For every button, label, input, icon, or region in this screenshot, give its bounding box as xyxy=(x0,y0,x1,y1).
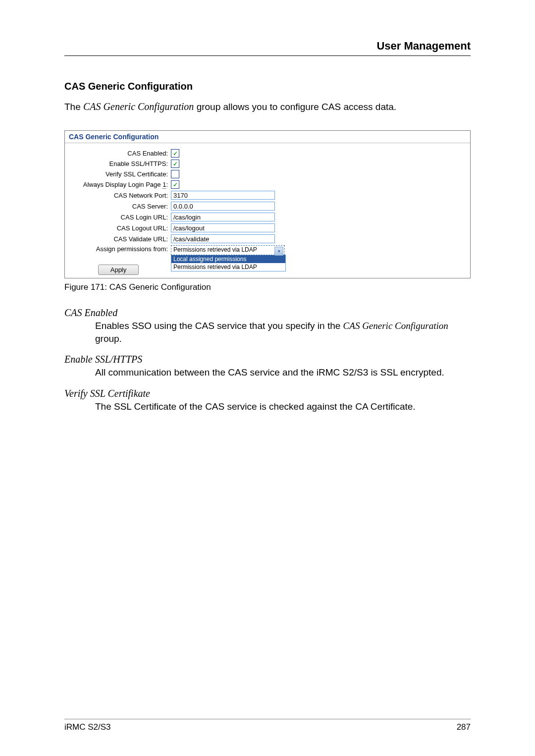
config-panel: CAS Generic Configuration CAS Enabled: ✓… xyxy=(64,130,471,278)
row-cas-server: CAS Server: xyxy=(69,202,466,211)
intro-prefix: The xyxy=(64,102,83,112)
input-network-port[interactable] xyxy=(171,191,275,200)
def-term-verify-ssl: Verify SSL Certifikate xyxy=(64,388,471,399)
row-logout-url: CAS Logout URL: xyxy=(69,223,466,232)
label-always-login-suffix: : xyxy=(166,181,168,188)
label-cas-server: CAS Server: xyxy=(69,203,171,210)
checkbox-enable-ssl[interactable]: ✓ xyxy=(171,160,179,168)
row-always-login: Always Display Login Page 1: ✓ xyxy=(69,180,466,189)
intro-suffix: group allows you to configure CAS access… xyxy=(194,102,396,112)
row-validate-url: CAS Validate URL: xyxy=(69,234,466,243)
def-term-enable-ssl: Enable SSL/HTTPS xyxy=(64,354,471,365)
page-footer: iRMC S2/S3 287 xyxy=(64,719,471,732)
input-cas-server[interactable] xyxy=(171,202,275,211)
label-enable-ssl: Enable SSL/HTTPS: xyxy=(69,160,171,167)
select-assign-perms[interactable]: Permissions retrieved via LDAP ▾ xyxy=(171,245,285,255)
label-assign-perms: Assign permissions from: xyxy=(69,245,171,253)
row-network-port: CAS Network Port: xyxy=(69,191,466,200)
label-cas-enabled: CAS Enabled: xyxy=(69,150,171,157)
row-verify-ssl: Verify SSL Certificate: xyxy=(69,170,466,178)
row-cas-enabled: CAS Enabled: ✓ xyxy=(69,149,466,158)
footer-page-number: 287 xyxy=(457,722,471,732)
select-value: Permissions retrieved via LDAP xyxy=(173,246,257,253)
def-desc-italic: CAS Generic Configuration xyxy=(343,321,448,331)
checkbox-cas-enabled[interactable]: ✓ xyxy=(171,149,179,158)
dropdown-option[interactable]: Local assigned permissions xyxy=(171,255,285,263)
config-panel-title: CAS Generic Configuration xyxy=(65,131,470,143)
input-logout-url[interactable] xyxy=(171,223,275,232)
input-login-url[interactable] xyxy=(171,213,275,221)
label-always-login: Always Display Login Page 1: xyxy=(69,181,171,188)
input-validate-url[interactable] xyxy=(171,234,275,243)
def-desc-text2: group. xyxy=(95,333,122,344)
chapter-title: User Management xyxy=(64,40,471,56)
chevron-down-icon: ▾ xyxy=(274,247,283,256)
checkbox-verify-ssl[interactable] xyxy=(171,170,179,178)
def-desc-cas-enabled: Enables SSO using the CAS service that y… xyxy=(95,320,471,345)
row-login-url: CAS Login URL: xyxy=(69,213,466,221)
apply-button[interactable]: Apply xyxy=(98,265,139,275)
figure-caption: Figure 171: CAS Generic Configuration xyxy=(64,282,471,292)
def-term-cas-enabled: CAS Enabled xyxy=(64,307,471,319)
label-validate-url: CAS Validate URL: xyxy=(69,235,171,243)
label-login-url: CAS Login URL: xyxy=(69,214,171,221)
intro-paragraph: The CAS Generic Configuration group allo… xyxy=(64,101,471,112)
label-verify-ssl: Verify SSL Certificate: xyxy=(69,170,171,178)
label-network-port: CAS Network Port: xyxy=(69,192,171,199)
def-desc-text: Enables SSO using the CAS service that y… xyxy=(95,321,343,331)
footer-left: iRMC S2/S3 xyxy=(64,722,111,732)
label-always-login-text: Always Display Login Page xyxy=(83,181,162,188)
def-desc-verify-ssl: The SSL Certificate of the CAS service i… xyxy=(95,400,471,413)
row-enable-ssl: Enable SSL/HTTPS: ✓ xyxy=(69,160,466,168)
label-logout-url: CAS Logout URL: xyxy=(69,224,171,232)
checkbox-always-login[interactable]: ✓ xyxy=(171,180,179,189)
dropdown-assign-perms: Local assigned permissions Permissions r… xyxy=(171,255,286,271)
intro-italic: CAS Generic Configuration xyxy=(83,101,194,112)
dropdown-option[interactable]: Permissions retrieved via LDAP xyxy=(171,263,285,271)
section-heading: CAS Generic Configuration xyxy=(64,81,471,92)
def-desc-enable-ssl: All communication between the CAS servic… xyxy=(95,366,471,379)
